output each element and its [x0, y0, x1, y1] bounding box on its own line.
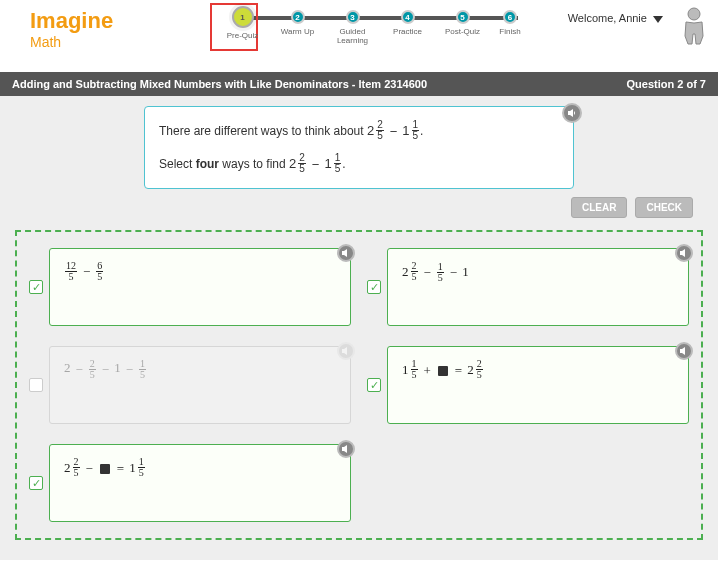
question-line-1: There are different ways to think about …: [159, 119, 559, 144]
step-label-5: Post-Quiz: [445, 28, 480, 37]
step-label-6: Finish: [499, 28, 520, 37]
step-dot-1: 1: [232, 6, 254, 28]
speaker-icon[interactable]: [337, 440, 355, 458]
step-guided[interactable]: 3 Guided Learning: [325, 10, 380, 46]
step-post-quiz[interactable]: 5 Post-Quiz: [435, 10, 490, 37]
step-practice[interactable]: 4 Practice: [380, 10, 435, 37]
logo: Imagine Math: [30, 10, 113, 49]
option-e[interactable]: ✓ 225−=115: [29, 444, 351, 522]
option-c[interactable]: ✓ 2−25−1−15: [29, 346, 351, 424]
checkbox-d[interactable]: ✓: [367, 378, 381, 392]
progress-tracker: 1 Pre-Quiz 2 Warm Up 3 Guided Learning 4…: [215, 10, 530, 46]
speaker-icon[interactable]: [337, 342, 355, 360]
step-warm-up[interactable]: 2 Warm Up: [270, 10, 325, 37]
step-label-3: Guided Learning: [325, 28, 380, 46]
option-d-card: 115+=225: [387, 346, 689, 424]
speaker-icon[interactable]: [337, 244, 355, 262]
check-button[interactable]: CHECK: [635, 197, 693, 218]
avatar-icon[interactable]: [680, 6, 708, 50]
step-label-4: Practice: [393, 28, 422, 37]
logo-sub: Math: [30, 35, 113, 49]
speaker-icon[interactable]: [675, 342, 693, 360]
speaker-icon[interactable]: [675, 244, 693, 262]
step-finish[interactable]: 6 Finish: [490, 10, 530, 37]
checkbox-e[interactable]: ✓: [29, 476, 43, 490]
answer-grid: ✓ 125−65 ✓ 225−15−1 ✓ 2−25−1−15 ✓ 115+=2…: [15, 230, 703, 540]
checkbox-c[interactable]: ✓: [29, 378, 43, 392]
step-pre-quiz[interactable]: 1 Pre-Quiz: [215, 10, 270, 41]
option-b[interactable]: ✓ 225−15−1: [367, 248, 689, 326]
speaker-icon[interactable]: [562, 103, 582, 123]
step-dot-2: 2: [291, 10, 305, 24]
option-c-card: 2−25−1−15: [49, 346, 351, 424]
welcome-menu[interactable]: Welcome, Annie: [568, 12, 663, 24]
option-a[interactable]: ✓ 125−65: [29, 248, 351, 326]
option-d[interactable]: ✓ 115+=225: [367, 346, 689, 424]
step-label-2: Warm Up: [281, 28, 314, 37]
step-dot-3: 3: [346, 10, 360, 24]
blank-box-icon: [100, 464, 110, 474]
lesson-title: Adding and Subtracting Mixed Numbers wit…: [12, 78, 427, 90]
option-e-card: 225−=115: [49, 444, 351, 522]
option-b-card: 225−15−1: [387, 248, 689, 326]
checkbox-a[interactable]: ✓: [29, 280, 43, 294]
title-bar: Adding and Subtracting Mixed Numbers wit…: [0, 72, 718, 96]
svg-point-0: [688, 8, 700, 20]
logo-main: Imagine: [30, 8, 113, 33]
question-progress: Question 2 of 7: [627, 78, 706, 90]
question-line-2: Select four ways to find 225−115.: [159, 152, 559, 177]
step-dot-5: 5: [456, 10, 470, 24]
question-box: There are different ways to think about …: [144, 106, 574, 189]
step-dot-6: 6: [503, 10, 517, 24]
checkbox-b[interactable]: ✓: [367, 280, 381, 294]
blank-box-icon: [438, 366, 448, 376]
step-label-1: Pre-Quiz: [227, 32, 259, 41]
welcome-text: Welcome, Annie: [568, 12, 647, 24]
clear-button[interactable]: CLEAR: [571, 197, 627, 218]
option-a-card: 125−65: [49, 248, 351, 326]
chevron-down-icon: [653, 16, 663, 23]
step-dot-4: 4: [401, 10, 415, 24]
